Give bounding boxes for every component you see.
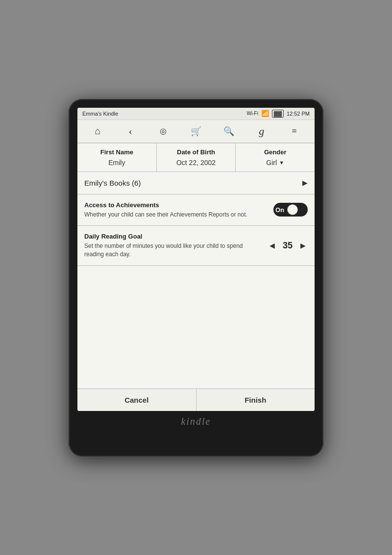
stepper-increase-icon[interactable]: ▶: [298, 241, 308, 251]
kindle-device: Emma's Kindle Wi-Fi 📶 ▓▓ 12:52 PM ⌂ ‹ ◎ …: [69, 99, 323, 457]
toggle-on-label: On: [275, 206, 284, 214]
spacer: [77, 266, 315, 388]
gender-cell[interactable]: Gender Girl ▼: [236, 144, 315, 171]
status-right: Wi-Fi 📶 ▓▓ 12:52 PM: [247, 110, 310, 118]
profile-header: First Name Emily Date of Birth Oct 22, 2…: [77, 144, 315, 172]
books-label: Emily's Books (6): [84, 179, 141, 187]
reading-goal-content: Daily Reading Goal Set the number of min…: [84, 233, 262, 259]
stepper-decrease-icon[interactable]: ◀: [268, 241, 277, 251]
screen: Emma's Kindle Wi-Fi 📶 ▓▓ 12:52 PM ⌂ ‹ ◎ …: [77, 108, 315, 411]
finish-button[interactable]: Finish: [196, 389, 315, 411]
network-label: Wi-Fi: [247, 111, 258, 116]
first-name-label: First Name: [81, 148, 152, 156]
reading-goal-stepper: ◀ 35 ▶: [268, 241, 308, 251]
bottom-bar: Cancel Finish: [77, 388, 315, 411]
cancel-button[interactable]: Cancel: [77, 389, 196, 411]
achievements-content: Access to Achievements Whether your chil…: [84, 201, 268, 219]
gender-label: Gender: [240, 148, 311, 156]
first-name-value: Emily: [81, 159, 152, 167]
stepper-value: 35: [281, 241, 294, 251]
dob-label: Date of Birth: [161, 148, 232, 156]
books-arrow-icon: ▶: [302, 179, 308, 187]
toggle-circle: [287, 204, 298, 215]
dob-cell: Date of Birth Oct 22, 2002: [157, 144, 236, 171]
toolbar: ⌂ ‹ ◎ 🛒 🔍 g ≡: [77, 120, 315, 144]
device-name: Emma's Kindle: [82, 111, 118, 117]
gender-value[interactable]: Girl ▼: [240, 159, 311, 167]
achievements-toggle-control[interactable]: On: [273, 203, 308, 217]
books-section-row[interactable]: Emily's Books (6) ▶: [77, 172, 315, 194]
achievements-desc: Whether your child can see their Achieve…: [84, 211, 268, 219]
reading-goal-desc: Set the number of minutes you would like…: [84, 242, 262, 259]
wifi-icon: 📶: [261, 110, 269, 117]
achievements-title: Access to Achievements: [84, 201, 268, 209]
cart-icon[interactable]: 🛒: [188, 126, 204, 137]
back-icon[interactable]: ‹: [122, 125, 138, 138]
light-icon[interactable]: ◎: [155, 126, 171, 136]
first-name-cell: First Name Emily: [77, 144, 157, 171]
achievements-section-row: Access to Achievements Whether your chil…: [77, 194, 315, 226]
time-display: 12:52 PM: [287, 111, 310, 117]
dob-value: Oct 22, 2002: [161, 159, 232, 167]
status-bar: Emma's Kindle Wi-Fi 📶 ▓▓ 12:52 PM: [77, 108, 315, 120]
battery-icon: ▓▓: [272, 110, 284, 118]
achievements-toggle[interactable]: On: [273, 203, 308, 217]
kindle-brand-label: kindle: [181, 416, 211, 427]
gender-dropdown-icon: ▼: [279, 160, 284, 166]
stepper-control: ◀ 35 ▶: [268, 241, 308, 251]
content-area: First Name Emily Date of Birth Oct 22, 2…: [77, 144, 315, 411]
search-icon[interactable]: 🔍: [221, 126, 237, 137]
menu-icon[interactable]: ≡: [286, 126, 302, 136]
reading-goal-section-row: Daily Reading Goal Set the number of min…: [77, 226, 315, 266]
home-icon[interactable]: ⌂: [90, 125, 105, 137]
goodreads-icon[interactable]: g: [254, 125, 270, 138]
reading-goal-title: Daily Reading Goal: [84, 233, 262, 240]
